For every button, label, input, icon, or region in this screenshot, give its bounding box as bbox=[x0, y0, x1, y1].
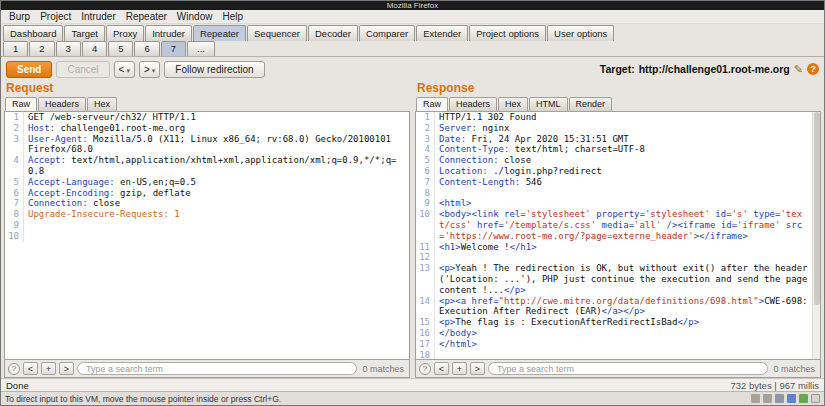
search-add-button[interactable]: + bbox=[452, 362, 467, 375]
menu-burp[interactable]: Burp bbox=[4, 11, 35, 22]
response-tab-hex[interactable]: Hex bbox=[498, 97, 528, 111]
request-raw-content: 1GET /web-serveur/ch32/ HTTP/1.12Host: c… bbox=[5, 112, 409, 242]
tab-intruder[interactable]: Intruder bbox=[145, 25, 192, 41]
line-content: Date: Fri, 24 Apr 2020 15:31:51 GMT bbox=[439, 134, 820, 145]
tab-target[interactable]: Target bbox=[64, 25, 104, 41]
line-content: Accept-Encoding: gzip, deflate bbox=[28, 188, 409, 199]
repeater-tab-more[interactable]: ... bbox=[187, 41, 215, 56]
edit-target-icon[interactable]: ✎ bbox=[794, 63, 803, 76]
search-help-icon[interactable]: ? bbox=[419, 363, 431, 375]
line-content: GET /web-serveur/ch32/ HTTP/1.1 bbox=[28, 112, 409, 123]
code-line: 18 bbox=[416, 350, 820, 360]
send-button[interactable]: Send bbox=[6, 61, 52, 78]
response-tab-headers[interactable]: Headers bbox=[449, 97, 497, 111]
line-content: Upgrade-Insecure-Requests: 1 bbox=[28, 209, 409, 220]
repeater-tab-5[interactable]: 5 bbox=[108, 41, 133, 56]
code-line: 8 bbox=[416, 188, 820, 199]
repeater-tab-6[interactable]: 6 bbox=[134, 41, 159, 56]
scrollbar-thumb[interactable] bbox=[814, 112, 820, 305]
request-tab-hex[interactable]: Hex bbox=[87, 97, 117, 111]
response-panel-title: Response bbox=[415, 81, 821, 96]
vm-status-message: To direct input to this VM, move the mou… bbox=[5, 394, 281, 404]
menu-window[interactable]: Window bbox=[172, 11, 218, 22]
line-number: 8 bbox=[416, 188, 435, 199]
response-tab-raw[interactable]: Raw bbox=[416, 97, 448, 111]
repeater-tab-3[interactable]: 3 bbox=[56, 41, 81, 56]
vm-status-bar: To direct input to this VM, move the mou… bbox=[1, 391, 824, 405]
line-content: <p>Yeah ! The redirection is OK, but wit… bbox=[439, 263, 820, 295]
code-line: 4Accept: text/html,application/xhtml+xml… bbox=[5, 155, 409, 177]
search-help-icon[interactable]: ? bbox=[8, 363, 20, 375]
line-number: 10 bbox=[416, 209, 435, 241]
tab-proxy[interactable]: Proxy bbox=[106, 25, 144, 41]
vm-cd-icon bbox=[763, 394, 772, 403]
code-line: 3User-Agent: Mozilla/5.0 (X11; Linux x86… bbox=[5, 134, 409, 156]
chevron-down-icon: ▾ bbox=[126, 67, 130, 74]
tab-repeater[interactable]: Repeater bbox=[193, 25, 246, 41]
tab-sequencer[interactable]: Sequencer bbox=[247, 25, 307, 41]
tab-project-options[interactable]: Project options bbox=[469, 25, 546, 41]
tab-decoder[interactable]: Decoder bbox=[308, 25, 358, 41]
next-label: > bbox=[144, 64, 150, 75]
response-tab-html[interactable]: HTML bbox=[529, 97, 568, 111]
line-content: HTTP/1.1 302 Found bbox=[439, 112, 820, 123]
line-number: 4 bbox=[5, 155, 24, 177]
search-next-button[interactable]: > bbox=[470, 362, 485, 375]
search-prev-button[interactable]: < bbox=[434, 362, 449, 375]
tab-extender[interactable]: Extender bbox=[416, 25, 468, 41]
line-number: 7 bbox=[416, 177, 435, 188]
status-done: Done bbox=[6, 380, 29, 391]
prev-request-button[interactable]: <▾ bbox=[114, 61, 135, 78]
repeater-tab-7[interactable]: 7 bbox=[161, 41, 186, 56]
repeater-tab-bar: 1234567... bbox=[1, 41, 824, 57]
repeater-tab-1[interactable]: 1 bbox=[3, 41, 28, 56]
response-scrollbar[interactable] bbox=[812, 112, 820, 359]
request-editor[interactable]: 1GET /web-serveur/ch32/ HTTP/1.12Host: c… bbox=[4, 111, 410, 360]
search-next-button[interactable]: > bbox=[59, 362, 74, 375]
help-icon[interactable]: ? bbox=[807, 63, 819, 75]
request-tab-headers[interactable]: Headers bbox=[38, 97, 86, 111]
response-editor[interactable]: 1HTTP/1.1 302 Found2Server: nginx3Date: … bbox=[415, 111, 821, 360]
search-add-button[interactable]: + bbox=[41, 362, 56, 375]
request-tab-raw[interactable]: Raw bbox=[5, 97, 37, 111]
repeater-toolbar: Send Cancel <▾ >▾ Follow redirection Tar… bbox=[1, 57, 824, 81]
vm-hostkey-icon bbox=[811, 394, 820, 403]
line-number: 6 bbox=[416, 166, 435, 177]
response-search-input[interactable] bbox=[488, 362, 768, 375]
menu-repeater[interactable]: Repeater bbox=[121, 11, 172, 22]
tab-comparer[interactable]: Comparer bbox=[359, 25, 415, 41]
menu-intruder[interactable]: Intruder bbox=[76, 11, 120, 22]
line-content: Accept: text/html,application/xhtml+xml,… bbox=[28, 155, 409, 177]
line-number: 9 bbox=[416, 198, 435, 209]
cancel-button[interactable]: Cancel bbox=[56, 61, 109, 78]
line-content: Content-Length: 546 bbox=[439, 177, 820, 188]
line-content: Connection: close bbox=[28, 198, 409, 209]
tab-dashboard[interactable]: Dashboard bbox=[3, 25, 63, 41]
tab-user-options[interactable]: User options bbox=[547, 25, 614, 41]
prev-label: < bbox=[119, 64, 125, 75]
follow-redirection-button[interactable]: Follow redirection bbox=[164, 61, 264, 78]
line-number: 8 bbox=[5, 209, 24, 220]
request-search-input[interactable] bbox=[77, 362, 357, 375]
target-label: Target: bbox=[600, 63, 635, 75]
line-content: <p>The flag is : ExecutionAfterRedirectI… bbox=[439, 317, 820, 328]
request-search-bar: ? < + > 0 matches bbox=[4, 360, 410, 378]
response-tab-render[interactable]: Render bbox=[569, 97, 613, 111]
line-number: 11 bbox=[416, 242, 435, 253]
line-content: <h1>Welcome !</h1> bbox=[439, 242, 820, 253]
repeater-tab-4[interactable]: 4 bbox=[82, 41, 107, 56]
menu-project[interactable]: Project bbox=[35, 11, 76, 22]
code-line: 2Host: challenge01.root-me.org bbox=[5, 123, 409, 134]
search-prev-button[interactable]: < bbox=[23, 362, 38, 375]
response-search-bar: ? < + > 0 matches bbox=[415, 360, 821, 378]
line-number: 14 bbox=[416, 296, 435, 318]
line-content: Accept-Language: en-US,en;q=0.5 bbox=[28, 177, 409, 188]
line-content: <p><a href="http://cwe.mitre.org/data/de… bbox=[439, 296, 820, 318]
code-line: 2Server: nginx bbox=[416, 123, 820, 134]
target-value: http://challenge01.root-me.org bbox=[639, 63, 790, 75]
repeater-tab-2[interactable]: 2 bbox=[29, 41, 54, 56]
line-number: 12 bbox=[416, 252, 435, 263]
next-request-button[interactable]: >▾ bbox=[139, 61, 160, 78]
code-line: 13<p>Yeah ! The redirection is OK, but w… bbox=[416, 263, 820, 295]
menu-help[interactable]: Help bbox=[217, 11, 248, 22]
